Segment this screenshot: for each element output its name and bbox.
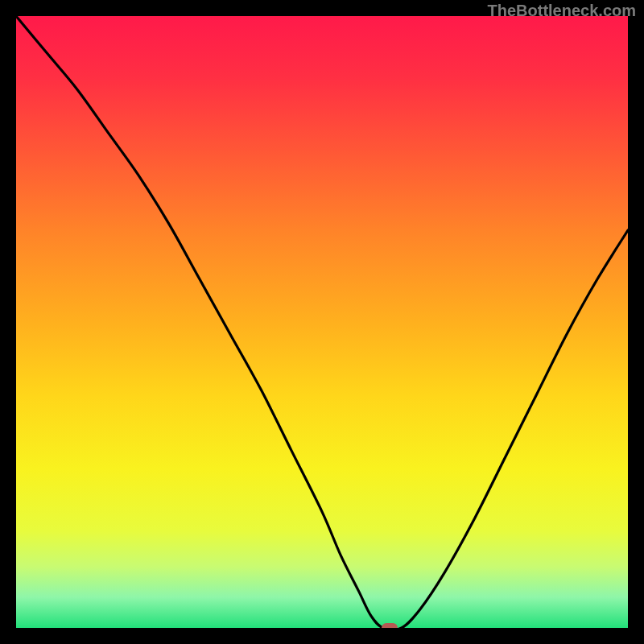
optimal-point-marker [382, 623, 398, 628]
plot-area [16, 16, 628, 628]
chart-frame: TheBottleneck.com [0, 0, 644, 644]
bottleneck-curve [16, 16, 628, 628]
watermark-text: TheBottleneck.com [488, 2, 636, 20]
